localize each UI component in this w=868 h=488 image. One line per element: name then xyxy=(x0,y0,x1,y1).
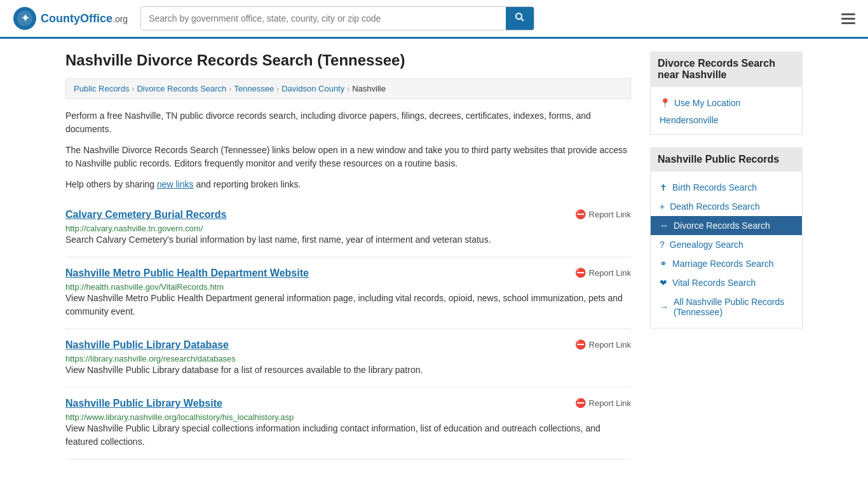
sidebar-nearby-content: 📍 Use My Location Hendersonville xyxy=(650,87,803,135)
description-para3: Help others by sharing new links and rep… xyxy=(65,178,631,191)
sidebar-record-item-3[interactable]: ? Genealogy Search xyxy=(651,235,802,254)
sidebar-icon-0: ✝ xyxy=(660,182,667,193)
breadcrumb-sep: › xyxy=(229,85,231,93)
report-link-label: Report Link xyxy=(589,268,631,278)
sidebar-record-item-1[interactable]: + Death Records Search xyxy=(651,197,802,216)
result-desc-1: View Nashville Metro Public Health Depar… xyxy=(65,292,631,318)
sidebar-record-item-6[interactable]: → All Nashville Public Records (Tennesse… xyxy=(651,292,802,322)
result-desc-3: View Nashville Public Library special co… xyxy=(65,422,631,449)
report-link-button-1[interactable]: ⛔ Report Link xyxy=(575,268,631,278)
sidebar-hendersonville-link[interactable]: Hendersonville xyxy=(651,112,802,128)
svg-text:✦: ✦ xyxy=(21,13,30,24)
logo-icon: ✦ xyxy=(13,6,37,30)
result-item: Calvary Cemetery Burial Records ⛔ Report… xyxy=(65,199,631,257)
breadcrumb-public-records[interactable]: Public Records xyxy=(74,84,129,93)
report-link-button-0[interactable]: ⛔ Report Link xyxy=(575,209,631,219)
report-link-button-3[interactable]: ⛔ Report Link xyxy=(575,398,631,408)
report-link-label: Report Link xyxy=(589,398,631,408)
svg-line-4 xyxy=(522,19,524,22)
breadcrumb-tennessee[interactable]: Tennessee xyxy=(234,84,274,93)
sidebar-item-label-5: Vital Records Search xyxy=(672,278,756,288)
sidebar-use-location[interactable]: 📍 Use My Location xyxy=(651,93,802,112)
report-link-button-2[interactable]: ⛔ Report Link xyxy=(575,339,631,349)
search-input[interactable] xyxy=(141,8,506,29)
menu-icon xyxy=(841,13,855,15)
broken-link-icon: ⛔ xyxy=(575,339,586,349)
breadcrumb-divorce-records[interactable]: Divorce Records Search xyxy=(137,84,226,93)
result-item: Nashville Public Library Database ⛔ Repo… xyxy=(65,329,631,388)
sidebar-item-label-4: Marriage Records Search xyxy=(672,259,774,269)
report-link-label: Report Link xyxy=(589,210,631,219)
result-url-2[interactable]: https://library.nashville.org/research/d… xyxy=(65,354,236,363)
breadcrumb-sep: › xyxy=(132,85,134,93)
broken-link-icon: ⛔ xyxy=(575,209,586,219)
result-item: Nashville Public Library Website ⛔ Repor… xyxy=(65,388,631,459)
search-bar xyxy=(140,6,534,30)
result-url-0[interactable]: http://calvary.nashville.tn.govern.com/ xyxy=(65,224,203,233)
sidebar-record-item-2[interactable]: ↔ Divorce Records Search xyxy=(651,216,802,235)
menu-button[interactable] xyxy=(841,13,855,24)
sidebar-record-item-4[interactable]: ⚭ Marriage Records Search xyxy=(651,254,802,273)
result-title-1[interactable]: Nashville Metro Public Health Department… xyxy=(65,268,309,279)
main-content: Nashville Divorce Records Search (Tennes… xyxy=(65,51,631,459)
result-desc-0: Search Calvary Cemetery's burial informa… xyxy=(65,233,631,247)
menu-icon xyxy=(841,18,855,20)
sidebar-nearby-header: Divorce Records Search near Nashville xyxy=(650,51,803,87)
logo[interactable]: ✦ CountyOffice.org xyxy=(13,6,128,30)
result-url-1[interactable]: http://health.nashville.gov/VitalRecords… xyxy=(65,282,224,292)
broken-link-icon: ⛔ xyxy=(575,398,586,408)
description-para1: Perform a free Nashville, TN public divo… xyxy=(65,109,631,136)
sidebar-public-records-content: ✝ Birth Records Search+ Death Records Se… xyxy=(650,172,803,329)
breadcrumb-sep: › xyxy=(276,85,279,93)
sidebar-item-label-1: Death Records Search xyxy=(670,201,760,212)
sidebar-icon-1: + xyxy=(660,201,665,212)
breadcrumb-nashville: Nashville xyxy=(352,84,386,93)
menu-icon xyxy=(841,22,855,24)
new-links-link[interactable]: new links xyxy=(157,179,194,189)
broken-link-icon: ⛔ xyxy=(575,268,586,278)
sidebar-icon-6: → xyxy=(660,302,668,312)
result-title-0[interactable]: Calvary Cemetery Burial Records xyxy=(65,209,226,220)
location-pin-icon: 📍 xyxy=(660,98,670,108)
sidebar-icon-5: ❤ xyxy=(660,278,667,288)
breadcrumb-davidson[interactable]: Davidson County xyxy=(281,84,344,93)
sidebar: Divorce Records Search near Nashville 📍 … xyxy=(650,51,803,459)
result-title-2[interactable]: Nashville Public Library Database xyxy=(65,339,229,351)
sidebar-item-label-3: Genealogy Search xyxy=(670,240,743,250)
breadcrumb: Public Records › Divorce Records Search … xyxy=(65,78,631,99)
logo-text: CountyOffice.org xyxy=(41,12,128,25)
sidebar-icon-4: ⚭ xyxy=(660,259,667,269)
breadcrumb-sep: › xyxy=(347,85,349,93)
sidebar-public-records-header: Nashville Public Records xyxy=(650,147,803,172)
svg-point-3 xyxy=(516,13,522,19)
report-link-label: Report Link xyxy=(589,340,631,349)
sidebar-nearby-section: Divorce Records Search near Nashville 📍 … xyxy=(650,51,803,135)
sidebar-icon-3: ? xyxy=(660,240,665,250)
sidebar-record-item-5[interactable]: ❤ Vital Records Search xyxy=(651,273,802,292)
sidebar-item-label-0: Birth Records Search xyxy=(672,182,757,193)
sidebar-public-records-section: Nashville Public Records ✝ Birth Records… xyxy=(650,147,803,329)
sidebar-icon-2: ↔ xyxy=(660,220,668,231)
result-url-3[interactable]: http://www.library.nashville.org/localhi… xyxy=(65,412,294,422)
result-title-3[interactable]: Nashville Public Library Website xyxy=(65,398,222,409)
sidebar-item-label-2: Divorce Records Search xyxy=(674,220,770,231)
search-button[interactable] xyxy=(506,7,534,30)
description-para2: The Nashville Divorce Records Search (Te… xyxy=(65,144,631,170)
result-desc-2: View Nashville Public Library database f… xyxy=(65,363,631,377)
sidebar-item-label-6: All Nashville Public Records (Tennessee) xyxy=(674,297,793,317)
sidebar-record-item-0[interactable]: ✝ Birth Records Search xyxy=(651,178,802,197)
result-item: Nashville Metro Public Health Department… xyxy=(65,257,631,329)
page-title: Nashville Divorce Records Search (Tennes… xyxy=(65,51,631,69)
results-list: Calvary Cemetery Burial Records ⛔ Report… xyxy=(65,199,631,459)
